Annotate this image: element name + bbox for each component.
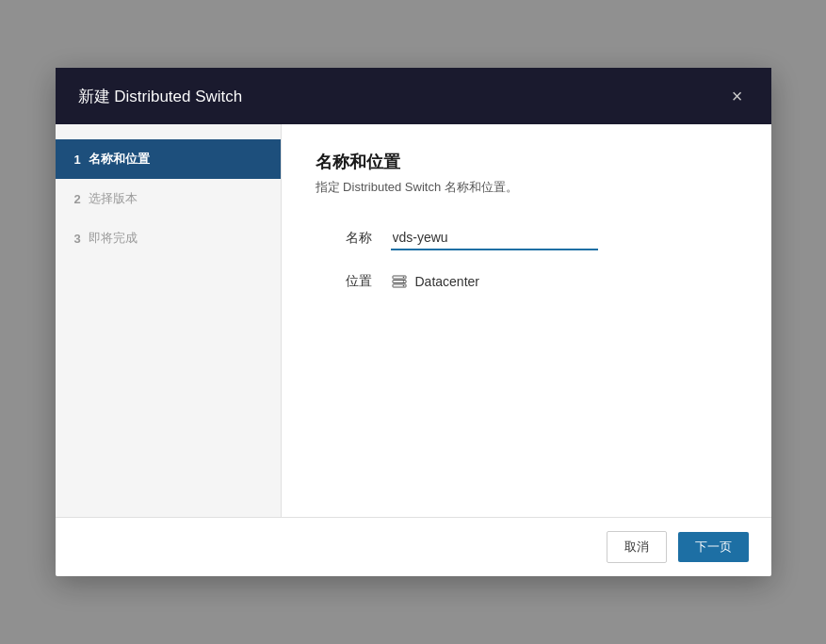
step-2-number: 2 — [74, 192, 81, 206]
location-label: 位置 — [316, 273, 372, 290]
svg-point-3 — [402, 277, 404, 279]
step-2-label: 选择版本 — [89, 190, 138, 207]
sidebar-step-1[interactable]: 1 名称和位置 — [56, 139, 281, 179]
dialog-body: 1 名称和位置 2 选择版本 3 即将完成 名称和位置 指定 Distribut… — [56, 124, 771, 517]
location-row: 位置 Datacenter — [316, 273, 737, 290]
sidebar: 1 名称和位置 2 选择版本 3 即将完成 — [56, 124, 282, 517]
location-text: Datacenter — [415, 274, 479, 289]
name-label: 名称 — [316, 230, 372, 247]
dialog-title: 新建 Distributed Switch — [78, 86, 243, 107]
sidebar-step-2[interactable]: 2 选择版本 — [56, 179, 281, 218]
next-button[interactable]: 下一页 — [678, 532, 749, 562]
new-distributed-switch-dialog: 新建 Distributed Switch × 1 名称和位置 2 选择版本 3… — [56, 68, 771, 576]
dialog-overlay: 新建 Distributed Switch × 1 名称和位置 2 选择版本 3… — [0, 0, 826, 644]
name-row: 名称 — [316, 226, 737, 250]
step-1-label: 名称和位置 — [89, 151, 150, 168]
sidebar-step-3[interactable]: 3 即将完成 — [56, 218, 281, 258]
dialog-footer: 取消 下一页 — [56, 517, 771, 576]
close-button[interactable]: × — [726, 85, 749, 107]
step-3-label: 即将完成 — [89, 230, 138, 247]
datacenter-icon — [391, 273, 408, 290]
dialog-header: 新建 Distributed Switch × — [56, 68, 771, 124]
name-input[interactable] — [391, 226, 598, 250]
cancel-button[interactable]: 取消 — [607, 531, 667, 563]
content-title: 名称和位置 — [316, 151, 737, 173]
step-3-number: 3 — [74, 232, 81, 246]
svg-point-4 — [402, 281, 404, 282]
content-area: 名称和位置 指定 Distributed Switch 名称和位置。 名称 位置 — [282, 124, 771, 517]
location-value: Datacenter — [391, 273, 479, 290]
content-subtitle: 指定 Distributed Switch 名称和位置。 — [316, 179, 737, 196]
step-1-number: 1 — [74, 153, 81, 167]
svg-point-5 — [402, 285, 404, 287]
